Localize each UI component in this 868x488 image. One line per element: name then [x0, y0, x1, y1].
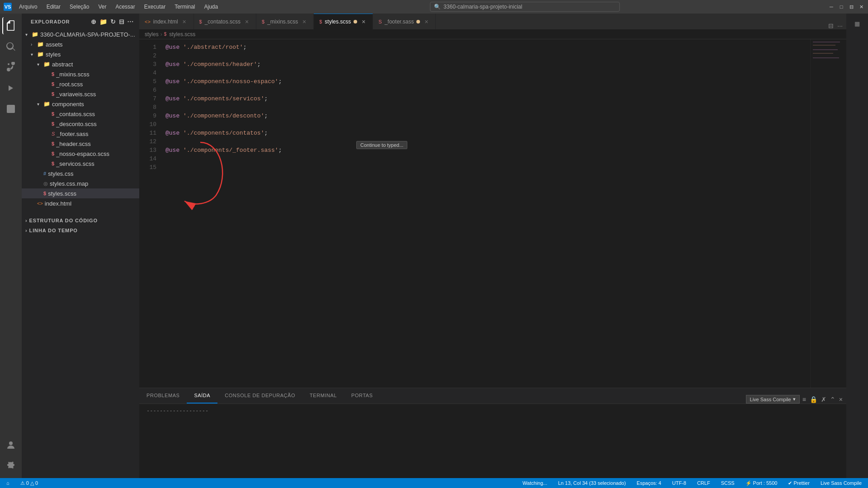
- panel-output-dropdown[interactable]: Live Sass Compile ▾: [746, 395, 800, 404]
- modified-dot: [354, 20, 357, 23]
- panel-tab-console[interactable]: CONSOLE DE DEPURAÇÃO: [217, 388, 302, 404]
- status-live-sass[interactable]: Live Sass Compile: [818, 478, 864, 488]
- menu-executar[interactable]: Executar: [141, 3, 169, 11]
- panel-tab-portas[interactable]: PORTAS: [344, 388, 380, 404]
- tree-item-mixins[interactable]: › $ _mixins.scss: [22, 69, 139, 79]
- section-timeline[interactable]: › LINHA DO TEMPO: [22, 225, 139, 235]
- new-file-icon[interactable]: ⊕: [91, 18, 97, 25]
- close-button[interactable]: ✕: [858, 4, 864, 10]
- list-icon[interactable]: ≡: [802, 396, 806, 403]
- status-spaces[interactable]: Espaços: 4: [634, 478, 664, 488]
- chevron-right-icon: ›: [25, 228, 28, 233]
- activity-explorer[interactable]: [2, 17, 19, 34]
- tree-item-nosso-espaco[interactable]: › $ _nosso-espaco.scss: [22, 149, 139, 159]
- new-folder-icon[interactable]: 📁: [99, 18, 108, 25]
- status-prettier[interactable]: ✔ Prettier: [785, 478, 812, 488]
- live-sass-label: Live Sass Compile: [821, 480, 862, 486]
- tree-item-index-html[interactable]: › <> index.html: [22, 198, 139, 208]
- split-editor-icon[interactable]: ⊟: [828, 22, 834, 29]
- code-line-13: @use './components/_footer.sass' ;: [165, 146, 810, 155]
- ellipsis-icon[interactable]: ···: [127, 18, 134, 25]
- sass-icon: S: [52, 131, 55, 136]
- tree-item-styles-css-map[interactable]: › ◎ styles.css.map: [22, 178, 139, 188]
- tab-close-mixins[interactable]: ×: [301, 18, 308, 25]
- status-watching[interactable]: Watching...: [520, 478, 550, 488]
- tree-item-styles-scss[interactable]: › $ styles.scss: [22, 188, 139, 198]
- tree-item-components[interactable]: ▾ 📁 components: [22, 99, 139, 109]
- menu-arquivo[interactable]: Arquivo: [15, 3, 41, 11]
- section-estrutura[interactable]: › ESTRUTURA DO CÓDIGO: [22, 216, 139, 225]
- tree-item-styles-css[interactable]: › # styles.css: [22, 169, 139, 178]
- status-encoding[interactable]: UTF-8: [670, 478, 689, 488]
- activity-extensions[interactable]: [2, 100, 19, 117]
- clear-icon[interactable]: ✗: [821, 396, 826, 403]
- tree-item-desconto[interactable]: › $ _desconto.scss: [22, 119, 139, 129]
- minimap-toggle-icon[interactable]: ▦: [851, 17, 863, 30]
- tab-styles-scss[interactable]: $ styles.scss ×: [314, 14, 373, 29]
- tree-item-variaveis[interactable]: › $ _variaveis.scss: [22, 89, 139, 99]
- tab-close-footer[interactable]: ×: [423, 18, 430, 25]
- tree-item-abstract[interactable]: ▾ 📁 abstract: [22, 59, 139, 69]
- breadcrumb-part-1[interactable]: styles: [145, 31, 159, 38]
- menu-ver[interactable]: Ver: [94, 3, 110, 11]
- maximize-button[interactable]: ⊟: [848, 4, 854, 10]
- menu-ajuda[interactable]: Ajuda: [201, 3, 222, 11]
- tree-item-assets[interactable]: › 📁 assets: [22, 39, 139, 49]
- status-port[interactable]: ⚡ Port : 5500: [743, 478, 780, 488]
- scss-icon: $: [319, 19, 322, 24]
- close-panel-icon[interactable]: ×: [839, 396, 843, 403]
- activity-run[interactable]: [2, 80, 19, 97]
- tab-mixins-scss[interactable]: $ _mixins.scss ×: [256, 14, 314, 29]
- tab-close-styles[interactable]: ×: [360, 18, 367, 25]
- restore-button[interactable]: □: [838, 4, 844, 10]
- lock-icon[interactable]: 🔒: [810, 396, 817, 403]
- encoding-label: UTF-8: [672, 480, 686, 486]
- chevron-up-icon[interactable]: ⌃: [830, 396, 835, 403]
- minimize-button[interactable]: ─: [828, 4, 835, 10]
- tree-item-contatos-scss[interactable]: › $ _contatos.scss: [22, 109, 139, 119]
- tree-item-styles[interactable]: ▾ 📁 styles: [22, 49, 139, 59]
- file-name-header: _header.scss: [56, 141, 91, 147]
- code-content[interactable]: @use './abstract/root' ; @use './compone…: [162, 39, 810, 388]
- code-line-2: [165, 52, 810, 60]
- tab-close-index[interactable]: ×: [181, 18, 188, 25]
- search-bar[interactable]: 🔍 3360-calmaria-spa-projeto-inicial: [430, 2, 620, 12]
- breadcrumb-part-2[interactable]: styles.scss: [169, 31, 195, 38]
- panel-tab-terminal[interactable]: TERMINAL: [302, 388, 344, 404]
- code-line-4: [165, 69, 810, 77]
- tree-item-footer-sass[interactable]: › S _footer.sass: [22, 129, 139, 139]
- menu-selecao[interactable]: Seleção: [66, 3, 93, 11]
- refresh-icon[interactable]: ↻: [110, 18, 116, 25]
- status-position[interactable]: Ln 13, Col 34 (33 selecionado): [555, 478, 628, 488]
- tab-close-contatos[interactable]: ×: [243, 18, 250, 25]
- status-remote[interactable]: ⌂: [4, 478, 12, 488]
- activity-bar: [0, 14, 22, 478]
- panel-tab-problemas[interactable]: PROBLEMAS: [139, 388, 187, 404]
- activity-account[interactable]: [2, 436, 19, 454]
- minimap-svg: [811, 39, 846, 175]
- status-language[interactable]: SCSS: [718, 478, 737, 488]
- menu-editar[interactable]: Editar: [43, 3, 64, 11]
- window-controls: ─ □ ⊟ ✕: [828, 4, 864, 10]
- tree-root-folder[interactable]: ▾ 📁 3360-CALMARIA-SPA-PROJETO-...: [22, 29, 139, 39]
- status-eol[interactable]: CRLF: [694, 478, 713, 488]
- menu-acessar[interactable]: Acessar: [112, 3, 138, 11]
- tree-item-root[interactable]: › $ _root.scss: [22, 79, 139, 89]
- svg-rect-1: [813, 42, 840, 42]
- string-val: './components/_footer.sass': [183, 146, 278, 155]
- more-icon[interactable]: ···: [837, 22, 843, 29]
- tab-contatos-scss[interactable]: $ _contatos.scss ×: [194, 14, 257, 29]
- activity-git[interactable]: [2, 59, 19, 76]
- status-errors[interactable]: ⚠ 0 △ 0: [18, 478, 41, 488]
- folder-icon: 📁: [43, 101, 50, 107]
- tab-index-html[interactable]: <> index.html ×: [139, 14, 194, 29]
- activity-settings[interactable]: [2, 457, 19, 474]
- code-line-11: @use './components/contatos' ;: [165, 129, 810, 137]
- tab-footer-sass[interactable]: S _footer.sass ×: [373, 14, 436, 29]
- panel-tab-saida[interactable]: SAÍDA: [187, 388, 217, 404]
- tree-item-header[interactable]: › $ _header.scss: [22, 139, 139, 149]
- tree-item-servicos[interactable]: › $ _servicos.scss: [22, 159, 139, 169]
- menu-terminal[interactable]: Terminal: [171, 3, 198, 11]
- activity-search[interactable]: [2, 38, 19, 55]
- collapse-icon[interactable]: ⊟: [119, 18, 125, 25]
